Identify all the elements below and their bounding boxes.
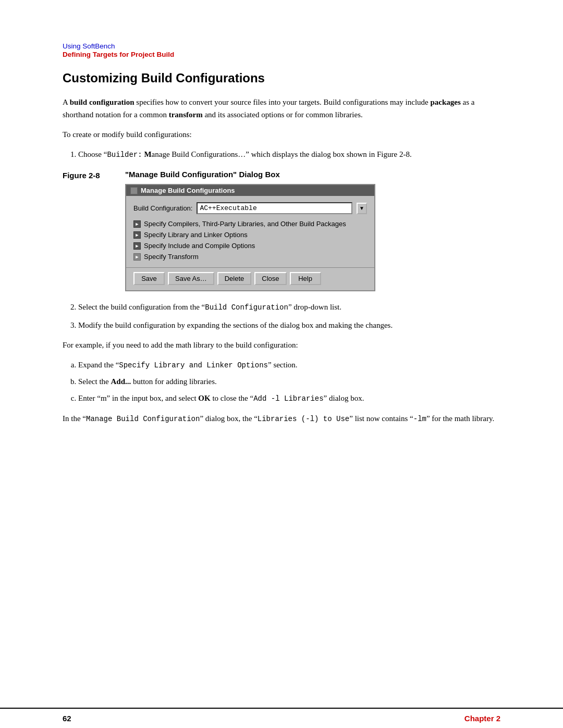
dialog-body: Build Configuration: AC++Executable ▼ ► … [126, 196, 374, 267]
substep-b-bold: Add... [111, 377, 131, 386]
breadcrumb-link[interactable]: Using SoftBench [63, 42, 115, 50]
save-as-button[interactable]: Save As… [168, 272, 214, 285]
footer-page-number: 62 [63, 714, 71, 723]
to-create-text: To create or modify build configurations… [63, 128, 500, 141]
in-the-code1: Manage Build Configuration [86, 415, 200, 423]
option-icon-4: ► [133, 253, 141, 261]
option-icon-2: ► [133, 231, 141, 239]
sub-step-c: Enter “m” in the input box, and select O… [78, 392, 500, 404]
intro-paragraph: A build configuration specifies how to c… [63, 96, 500, 121]
step-2: Select the build configuration from the … [78, 301, 500, 313]
option-row-1[interactable]: ► Specify Compilers, Third-Party Librari… [133, 218, 367, 229]
dialog-config-row: Build Configuration: AC++Executable ▼ [133, 202, 367, 214]
breadcrumb: Using SoftBench Defining Targets for Pro… [63, 42, 500, 58]
step1-code1: Builder: [107, 151, 142, 159]
help-button[interactable]: Help [290, 272, 321, 285]
in-the-manage-text: In the “Manage Build Configuration” dial… [63, 412, 500, 425]
main-content: Using SoftBench Defining Targets for Pro… [0, 0, 563, 708]
bold-transform: transform [169, 110, 203, 119]
substep-c-bold: OK [198, 394, 210, 402]
option-icon-3: ► [133, 242, 141, 250]
option-row-2[interactable]: ► Specify Library and Linker Options [133, 229, 367, 240]
steps-list: Choose “Builder: Manage Build Configurat… [78, 148, 500, 161]
option-text-4: Specify Transform [144, 253, 199, 261]
build-config-input[interactable]: AC++Executable [197, 202, 352, 214]
sub-step-b: Select the Add... button for adding libr… [78, 375, 500, 388]
bold-build-config: build configuration [70, 98, 134, 106]
option-text-2: Specify Library and Linker Options [144, 231, 248, 239]
save-button[interactable]: Save [133, 272, 165, 285]
chapter-title: Customizing Build Configurations [63, 71, 500, 85]
for-example-text: For example, if you need to add the math… [63, 339, 500, 351]
in-the-code2: Libraries (-l) to Use [258, 415, 349, 423]
option-icon-1: ► [133, 220, 141, 228]
dialog-titlebar-left: Manage Build Configurations [130, 187, 235, 194]
dropdown-button[interactable]: ▼ [357, 203, 367, 214]
figure-content: "Manage Build Configuration" Dialog Box … [125, 170, 500, 291]
in-the-code3: -lm [413, 415, 426, 423]
figure-caption: "Manage Build Configuration" Dialog Box [125, 170, 500, 179]
option-text-1: Specify Compilers, Third-Party Libraries… [144, 220, 346, 228]
substep-a-code: Specify Library and Linker Options [119, 361, 268, 369]
dialog-buttons: Save Save As… Delete Close Help [126, 267, 374, 290]
step2-code: Build Configuration [205, 303, 288, 312]
breadcrumb-current: Defining Targets for Project Build [63, 51, 500, 58]
substep-c-code: Add -l Libraries [253, 394, 323, 403]
option-row-3[interactable]: ► Specify Include and Compile Options [133, 240, 367, 251]
build-config-label: Build Configuration: [133, 204, 192, 212]
option-row-4[interactable]: ► Specify Transform [133, 251, 367, 262]
figure-label: Figure 2-8 [63, 170, 115, 180]
step-3: Modify the build configuration by expand… [78, 319, 500, 331]
steps-list-2: Select the build configuration from the … [78, 301, 500, 331]
page-container: Using SoftBench Defining Targets for Pro… [0, 0, 563, 728]
dialog-title-text: Manage Build Configurations [141, 187, 235, 194]
delete-button[interactable]: Delete [217, 272, 252, 285]
step1-bold: M [144, 150, 151, 158]
option-text-3: Specify Include and Compile Options [144, 242, 255, 250]
close-button[interactable]: Close [254, 272, 286, 285]
step-1: Choose “Builder: Manage Build Configurat… [78, 148, 500, 161]
footer-chapter-label: Chapter 2 [464, 714, 500, 723]
page-footer: 62 Chapter 2 [0, 708, 563, 728]
dialog-title-icon [130, 187, 138, 194]
dialog-titlebar: Manage Build Configurations [126, 185, 374, 196]
dialog-box: Manage Build Configurations Build Config… [125, 184, 375, 291]
bold-packages: packages [430, 98, 460, 106]
figure-2-8: Figure 2-8 "Manage Build Configuration" … [63, 170, 500, 291]
sub-step-a: Expand the “Specify Library and Linker O… [78, 359, 500, 371]
sub-steps-list: Expand the “Specify Library and Linker O… [78, 359, 500, 405]
